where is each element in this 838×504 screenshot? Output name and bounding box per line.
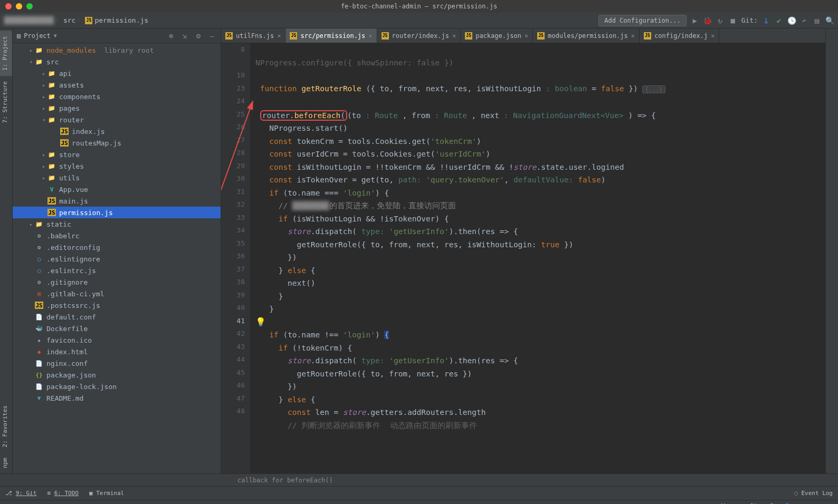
tree-eslintrc[interactable]: ◯.eslintrc.js [13,265,221,276]
tree-package-json[interactable]: {}package.json [13,369,221,381]
editor-tabs[interactable]: JSutilFns.js×JSsrc/permission.js×JSroute… [221,28,825,43]
close-tab-icon[interactable]: × [711,32,715,40]
tree-default-conf[interactable]: 📄default.conf [13,311,221,323]
commit-icon[interactable]: ✔ [775,16,783,25]
editor-breadcrumb[interactable]: callback for beforeEach() [0,473,838,486]
expand-icon[interactable]: ⇲ [180,32,189,40]
tree-src[interactable]: ▾📁src [13,56,221,67]
tree-router[interactable]: ▾📁router [13,114,221,125]
tree-router-routes[interactable]: JSroutesMap.js [13,137,221,149]
project-view-icon: ▤ [17,32,21,40]
tree-utils[interactable]: ▸📁utils [13,172,221,183]
close-tab-icon[interactable]: × [525,32,528,40]
tree-api[interactable]: ▸📁api [13,67,221,79]
gear-icon[interactable]: ⚙ [194,32,203,40]
editor-tab[interactable]: JSrouter/index.js× [377,28,461,43]
sidebar-tab-project[interactable]: 1: Project [0,31,12,76]
tree-babelrc[interactable]: ⚙.babelrc [13,230,221,241]
history-icon[interactable]: 🕓 [787,16,796,25]
editor-tab[interactable]: JSpackage.json× [461,28,533,43]
editor-tab[interactable]: JSutilFns.js× [221,28,285,43]
tree-package-lock[interactable]: 📄package-lock.json [13,381,221,392]
js-file-icon: JS [382,32,389,40]
dropdown-icon[interactable]: ▼ [54,33,57,38]
navigation-bar: ████████████ 〉 src 〉 JS permission.js Ad… [0,13,838,28]
tool-todo[interactable]: ≡ 6: TODO [47,490,79,497]
sidebar-tab-favorites[interactable]: 2: Favorites [0,400,12,452]
breadcrumb-root[interactable]: ████████████ [4,16,54,24]
git-label: Git: [741,16,758,24]
tree-nginx[interactable]: 📄nginx.conf [13,357,221,369]
hide-panel-icon[interactable]: — [208,32,216,40]
locate-icon[interactable]: ⊕ [167,32,175,40]
close-tab-icon[interactable]: × [368,32,372,40]
tool-git[interactable]: ⎇ 9: Git [5,490,36,497]
bottom-toolbar: ⎇ 9: Git ≡ 6: TODO ▣ Terminal ◌ Event Lo… [0,486,838,500]
tree-store[interactable]: ▸📁store [13,149,221,160]
tree-index-html[interactable]: ◆index.html [13,346,221,357]
js-file-icon: JS [537,32,545,40]
update-project-icon[interactable]: ⤓ [762,16,770,25]
debug-icon[interactable]: 🐞 [703,16,712,25]
editor-tab[interactable]: JSsrc/permission.js× [285,28,377,43]
project-panel-header: ▤ Project ▼ ⊕ ⇲ ⚙ — [13,28,221,43]
add-configuration-button[interactable]: Add Configuration... [598,15,687,26]
tree-permission-js[interactable]: JSpermission.js [13,207,221,218]
tree-router-index[interactable]: JSindex.js [13,125,221,137]
tree-editorconfig[interactable]: ⚙.editorconfig [13,241,221,253]
code-content[interactable]: NProgress.configure({ showSpinner: false… [250,43,825,473]
editor-tab[interactable]: JSconfig/index.j× [640,28,719,43]
tree-pages[interactable]: ▸📁pages [13,102,221,114]
gutter[interactable]: 8 10232425262728293031323334353637383940… [221,43,250,473]
revert-icon[interactable]: ↶ [800,16,808,25]
window-title: fe-btoc-channel-admin – src/permission.j… [341,3,497,10]
tool-event-log[interactable]: ◌ Event Log [794,490,833,497]
right-toolwindow-bar [825,28,838,473]
tree-static[interactable]: ▸📁static [13,218,221,230]
tree-app-vue[interactable]: VApp.vue [13,183,221,195]
close-window-icon[interactable] [5,3,12,9]
tree-readme[interactable]: ▼README.md [13,392,221,404]
tree-assets[interactable]: ▸📁assets [13,79,221,91]
close-tab-icon[interactable]: × [452,32,456,40]
breadcrumb[interactable]: ████████████ 〉 src 〉 JS permission.js [4,16,148,24]
stop-icon[interactable]: ■ [729,16,737,25]
minimize-window-icon[interactable] [16,3,22,9]
js-file-icon: JS [85,17,92,24]
tool-terminal[interactable]: ▣ Terminal [89,490,124,497]
tree-postcss[interactable]: JS.postcssrc.js [13,299,221,311]
tree-eslintignore[interactable]: ◯.eslintignore [13,253,221,265]
close-tab-icon[interactable]: × [631,32,635,40]
tree-components[interactable]: ▸📁components [13,91,221,102]
breadcrumb-file[interactable]: permission.js [94,16,148,24]
breadcrumb-folder[interactable]: src [63,16,75,24]
tree-favicon[interactable]: ★favicon.ico [13,334,221,346]
sidebar-tab-structure[interactable]: 7: Structure [0,76,12,128]
tree-gitlab[interactable]: ▦.gitlab-ci.yml [13,288,221,299]
js-file-icon: JS [225,32,233,40]
ide-settings-icon[interactable]: ▤ [813,16,821,25]
js-file-icon: JS [290,32,297,40]
js-file-icon: JS [465,32,472,40]
editor: JSutilFns.js×JSsrc/permission.js×JSroute… [221,28,825,473]
tree-dockerfile[interactable]: 🐳Dockerfile [13,323,221,334]
main-area: 1: Project 7: Structure 2: Favorites npm… [0,28,838,473]
intention-bulb-icon[interactable]: 💡 [255,317,266,327]
close-tab-icon[interactable]: × [277,32,281,40]
window-controls[interactable] [0,3,33,9]
editor-tab[interactable]: JSmodules/permission.js× [533,28,640,43]
project-tree[interactable]: ▸📁node_modules library root ▾📁src ▸📁api … [13,43,221,473]
toolbar-right: Add Configuration... ▶ 🐞 ↻ ■ Git: ⤓ ✔ 🕓 … [598,15,834,26]
tree-node-modules[interactable]: ▸📁node_modules library root [13,44,221,56]
tree-gitignore[interactable]: ⚙.gitignore [13,276,221,288]
code-area[interactable]: 8 10232425262728293031323334353637383940… [221,43,825,473]
project-panel-title[interactable]: Project [24,32,51,40]
tree-main-js[interactable]: JSmain.js [13,195,221,207]
maximize-window-icon[interactable] [26,3,33,9]
search-icon[interactable]: 🔍 [825,16,834,25]
chevron-right-icon: 〉 [56,17,61,24]
rerun-icon[interactable]: ↻ [716,16,725,25]
run-icon[interactable]: ▶ [691,16,699,25]
sidebar-tab-npm[interactable]: npm [0,452,12,473]
tree-styles[interactable]: ▸📁styles [13,160,221,172]
